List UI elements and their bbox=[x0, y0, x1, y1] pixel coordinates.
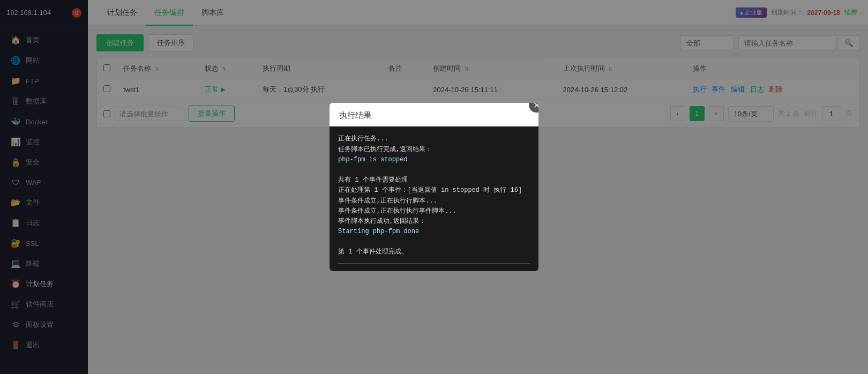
modal-content-line: 事件条件成立,正在执行行脚本... bbox=[338, 196, 530, 206]
modal-content-line: 事件脚本执行成功,返回结果： bbox=[338, 216, 530, 227]
modal-body: 正在执行任务...任务脚本已执行完成,返回结果：php-fpm is stopp… bbox=[330, 126, 538, 271]
modal-content-line: 任务脚本已执行完成,返回结果： bbox=[338, 145, 530, 155]
modal-title: 执行结果 bbox=[339, 110, 371, 121]
close-icon: ✕ bbox=[533, 103, 539, 110]
execution-result-modal: ✕ 执行结果 正在执行任务...任务脚本已执行完成,返回结果：php-fpm i… bbox=[330, 103, 538, 271]
modal-content-line: php-fpm is stopped bbox=[338, 155, 530, 165]
modal-overlay: ✕ 执行结果 正在执行任务...任务脚本已执行完成,返回结果：php-fpm i… bbox=[0, 0, 868, 374]
modal-content-line: 事件条件成立,正在执行执行事件脚本... bbox=[338, 206, 530, 216]
modal-content-line: 正在执行任务... bbox=[338, 134, 530, 144]
modal-content-line: Starting php-fpm done bbox=[338, 227, 530, 237]
modal-content-line: 第 1 个事件处理完成。 bbox=[338, 247, 530, 257]
modal-header: 执行结果 bbox=[330, 103, 538, 126]
modal-content-line: 共有 1 个事件需要处理 bbox=[338, 175, 530, 185]
modal-divider bbox=[338, 263, 530, 264]
modal-content-line: 正在处理第 1 个事件：[当返回值 in stopped 时 执行 16] bbox=[338, 185, 530, 196]
